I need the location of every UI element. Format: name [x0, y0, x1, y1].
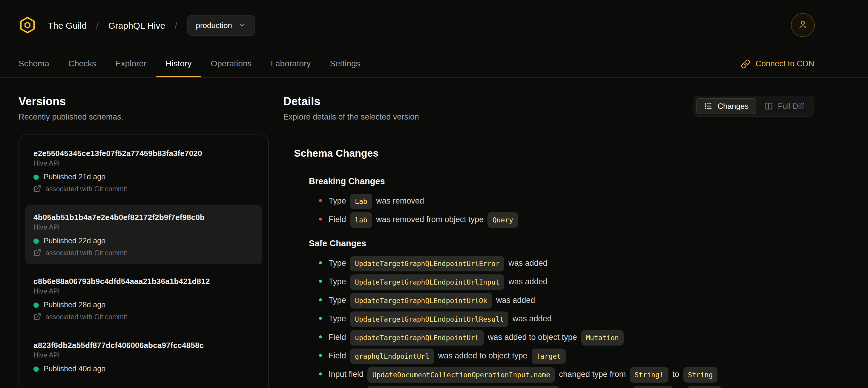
- change-item: Type UpdateTargetGraphQLEndpointUrlResul…: [329, 311, 814, 327]
- published-label: Published 28d ago: [43, 301, 105, 309]
- version-card[interactable]: a823f6db2a55df877dcf406006abca97fcc4858c…: [25, 333, 262, 381]
- columns-diff-icon: [764, 101, 773, 111]
- schema-coordinate-badge: UpdateDocumentCollectionOperationInput.n…: [368, 367, 555, 383]
- schema-coordinate-badge: graphqlEndpointUrl: [350, 349, 434, 364]
- version-hash: c8b6e88a06793b9c4dfd54aaa21b36a1b421d812: [33, 277, 254, 286]
- schema-changes-title: Schema Changes: [283, 148, 814, 160]
- tab-settings[interactable]: Settings: [320, 50, 370, 77]
- change-item: Type UpdateTargetGraphQLEndpointUrlError…: [329, 256, 814, 271]
- nav-tabs: SchemaChecksExplorerHistoryOperationsLab…: [0, 50, 868, 78]
- schema-coordinate-badge: UpdateTargetGraphQLEndpointUrlError: [350, 256, 504, 271]
- version-hash: 4b05ab51b1b4a7e2e4b0ef82172f2b9f7ef98c0b: [33, 213, 254, 222]
- published-status-dot: [33, 366, 39, 371]
- version-service: Hive API: [33, 352, 254, 359]
- change-item: Input field UpdateDocumentCollectionOper…: [329, 367, 814, 383]
- change-item: Type Lab was removed: [329, 194, 814, 209]
- changes-toggle-label: Changes: [717, 101, 748, 111]
- version-git-commit: associated with Git commit: [33, 185, 254, 192]
- list-icon: [704, 101, 713, 111]
- change-item: Field lab was removed from object type Q…: [329, 212, 814, 228]
- schema-coordinate-badge: String!: [630, 367, 669, 383]
- details-header: Details Explore details of the selected …: [283, 78, 814, 121]
- external-link-icon: [33, 249, 41, 257]
- target-selector-value: production: [196, 21, 232, 30]
- tab-operations[interactable]: Operations: [201, 50, 261, 77]
- external-link-icon: [33, 313, 41, 321]
- version-card[interactable]: 4b05ab51b1b4a7e2e4b0ef82172f2b9f7ef98c0b…: [25, 205, 262, 264]
- published-status-dot: [33, 174, 39, 180]
- view-toggle: Changes Full Diff: [693, 96, 814, 117]
- details-title: Details: [283, 95, 419, 108]
- breadcrumb-separator: /: [175, 20, 177, 30]
- breaking-changes-list: Type Lab was removedField lab was remove…: [283, 194, 814, 228]
- breadcrumb-separator: /: [96, 20, 99, 30]
- schema-coordinate-badge: Lab: [350, 194, 372, 209]
- change-item: Type UpdateTargetGraphQLEndpointUrlInput…: [329, 274, 814, 290]
- versions-title: Versions: [19, 95, 269, 108]
- version-published: Published 40d ago: [33, 365, 254, 373]
- schema-coordinate-badge: String: [683, 367, 717, 383]
- user-avatar-button[interactable]: [791, 13, 815, 37]
- safe-changes-list: Type UpdateTargetGraphQLEndpointUrlError…: [283, 256, 814, 388]
- schema-coordinate-badge: lab: [350, 212, 372, 228]
- tab-laboratory[interactable]: Laboratory: [261, 50, 320, 77]
- git-commit-label: associated with Git commit: [45, 313, 127, 320]
- changes-toggle-button[interactable]: Changes: [696, 98, 756, 114]
- version-published: Published 21d ago: [33, 173, 254, 181]
- version-service: Hive API: [33, 223, 254, 231]
- schema-coordinate-badge: String!: [634, 386, 673, 388]
- breadcrumb-project[interactable]: GraphQL Hive: [108, 20, 165, 30]
- change-item: Field updateTargetGraphQLEndpointUrl was…: [329, 330, 814, 346]
- schema-coordinate-badge: UpdateDocumentCollectionOperationInput.q…: [368, 386, 559, 388]
- schema-coordinate-badge: updateTargetGraphQLEndpointUrl: [350, 330, 484, 346]
- versions-subtitle: Recently published schemas.: [19, 112, 269, 121]
- tab-list: SchemaChecksExplorerHistoryOperationsLab…: [9, 50, 370, 77]
- user-icon: [798, 19, 808, 31]
- change-item: Input field UpdateDocumentCollectionOper…: [329, 386, 814, 388]
- tab-history[interactable]: History: [156, 50, 201, 77]
- version-git-commit: associated with Git commit: [33, 249, 254, 257]
- version-published: Published 22d ago: [33, 237, 254, 245]
- change-item: Type UpdateTargetGraphQLEndpointUrlOk wa…: [329, 293, 814, 308]
- tab-schema[interactable]: Schema: [9, 50, 59, 77]
- full-diff-toggle-label: Full Diff: [778, 101, 804, 111]
- published-label: Published 21d ago: [43, 173, 105, 181]
- versions-panel: Versions Recently published schemas. e2e…: [19, 78, 269, 388]
- topbar: The Guild / GraphQL Hive / production: [0, 0, 868, 50]
- main-content: Versions Recently published schemas. e2e…: [0, 78, 868, 388]
- git-commit-label: associated with Git commit: [45, 185, 127, 192]
- full-diff-toggle-button[interactable]: Full Diff: [756, 98, 812, 114]
- chevron-down-icon: [238, 21, 246, 29]
- version-list: e2e55045345ce13fe07f52a77459b83fa3fe7020…: [19, 135, 269, 388]
- published-label: Published 40d ago: [43, 365, 105, 373]
- breaking-changes-section: Breaking Changes Type Lab was removedFie…: [283, 176, 814, 228]
- target-selector[interactable]: production: [187, 14, 255, 36]
- safe-changes-section: Safe Changes Type UpdateTargetGraphQLEnd…: [283, 239, 814, 388]
- details-heading-group: Details Explore details of the selected …: [283, 78, 419, 121]
- tab-checks[interactable]: Checks: [59, 50, 106, 77]
- schema-coordinate-badge: UpdateTargetGraphQLEndpointUrlResult: [350, 311, 509, 327]
- schema-coordinate-badge: String: [687, 386, 722, 388]
- safe-changes-title: Safe Changes: [283, 239, 814, 248]
- version-card[interactable]: e2e55045345ce13fe07f52a77459b83fa3fe7020…: [25, 141, 262, 200]
- schema-coordinate-badge: UpdateTargetGraphQLEndpointUrlOk: [350, 293, 492, 308]
- version-git-commit: associated with Git commit: [33, 313, 254, 321]
- connect-to-cdn-link[interactable]: Connect to CDN: [740, 50, 814, 77]
- external-link-icon: [33, 185, 41, 192]
- tab-explorer[interactable]: Explorer: [106, 50, 156, 77]
- details-panel: Details Explore details of the selected …: [283, 78, 814, 388]
- published-label: Published 22d ago: [43, 237, 105, 245]
- schema-coordinate-badge: Target: [531, 349, 566, 364]
- schema-coordinate-badge: UpdateTargetGraphQLEndpointUrlInput: [350, 274, 504, 290]
- version-service: Hive API: [33, 160, 254, 167]
- breaking-changes-title: Breaking Changes: [283, 176, 814, 186]
- schema-coordinate-badge: Mutation: [581, 330, 624, 346]
- version-card[interactable]: c8b6e88a06793b9c4dfd54aaa21b36a1b421d812…: [25, 269, 262, 328]
- version-published: Published 28d ago: [33, 301, 254, 309]
- published-status-dot: [33, 302, 39, 307]
- breadcrumb: The Guild / GraphQL Hive / production: [48, 14, 255, 36]
- version-hash: e2e55045345ce13fe07f52a77459b83fa3fe7020: [33, 149, 254, 158]
- breadcrumb-org[interactable]: The Guild: [48, 20, 87, 30]
- hive-logo-icon[interactable]: [19, 16, 36, 34]
- version-service: Hive API: [33, 288, 254, 295]
